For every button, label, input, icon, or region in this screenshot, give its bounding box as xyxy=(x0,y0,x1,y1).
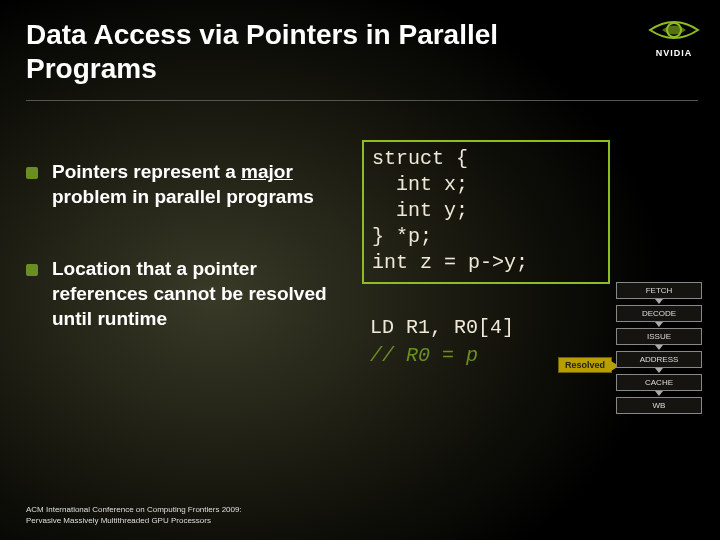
asm-comment: // R0 = p xyxy=(370,342,514,370)
slide-title: Data Access via Pointers in Parallel Pro… xyxy=(26,18,546,85)
code-line: int y; xyxy=(372,198,600,224)
assembly-block: LD R1, R0[4] // R0 = p xyxy=(370,314,514,370)
pipeline-diagram: FETCH DECODE ISSUE ADDRESS CACHE WB xyxy=(616,282,702,420)
bullet-text-post: problem in parallel programs xyxy=(52,186,314,207)
resolved-label: Resolved xyxy=(558,357,612,373)
code-block: struct { int x; int y; } *p; int z = p->… xyxy=(362,140,610,284)
code-line: int x; xyxy=(372,172,600,198)
code-line: int z = p->y; xyxy=(372,250,600,276)
pipeline-stage: DECODE xyxy=(616,305,702,322)
brand-text: NVIDIA xyxy=(648,48,700,58)
code-line: } *p; xyxy=(372,224,600,250)
pipeline-stage: ISSUE xyxy=(616,328,702,345)
pipeline-stage: CACHE xyxy=(616,374,702,391)
footer-line: Pervasive Massively Multithreaded GPU Pr… xyxy=(26,516,242,526)
nvidia-eye-icon xyxy=(648,14,700,46)
asm-line: LD R1, R0[4] xyxy=(370,314,514,342)
pipeline-stage: FETCH xyxy=(616,282,702,299)
footer-citation: ACM International Conference on Computin… xyxy=(26,505,242,526)
footer-line: ACM International Conference on Computin… xyxy=(26,505,242,515)
bullet-text-pre: Pointers represent a xyxy=(52,161,241,182)
bullet-text-under: major xyxy=(241,161,293,182)
brand-logo: NVIDIA xyxy=(648,14,700,58)
title-divider xyxy=(26,100,698,101)
bullet-text: Location that a pointer references canno… xyxy=(52,258,327,328)
pipeline-stage: ADDRESS xyxy=(616,351,702,368)
code-line: struct { xyxy=(372,146,600,172)
bullet-item: Pointers represent a major problem in pa… xyxy=(52,160,332,209)
bullet-list: Pointers represent a major problem in pa… xyxy=(52,160,332,379)
bullet-item: Location that a pointer references canno… xyxy=(52,257,332,331)
pipeline-stage: WB xyxy=(616,397,702,414)
